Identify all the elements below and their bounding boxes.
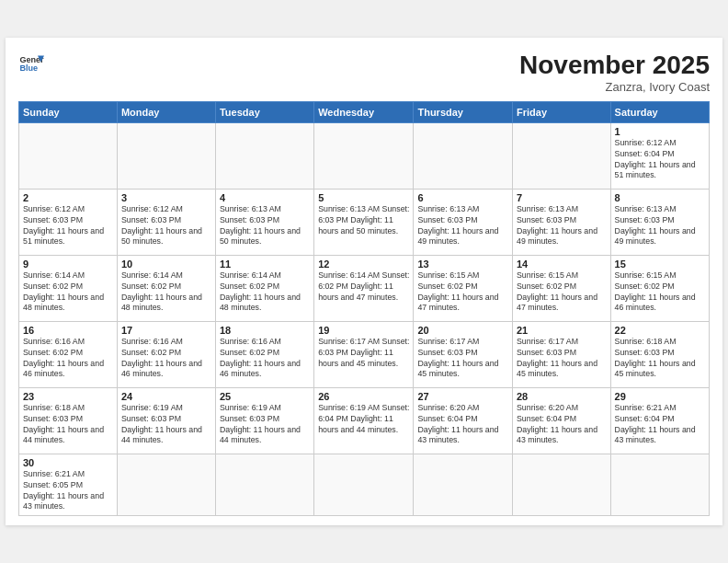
day-number: 28 (517, 391, 607, 402)
table-row: 17Sunrise: 6:16 AM Sunset: 6:02 PM Dayli… (117, 321, 215, 387)
day-info: Sunrise: 6:14 AM Sunset: 6:02 PM Dayligh… (121, 270, 211, 315)
day-number: 1 (615, 126, 705, 137)
day-info: Sunrise: 6:13 AM Sunset: 6:03 PM Dayligh… (615, 204, 705, 248)
table-row: 3Sunrise: 6:12 AM Sunset: 6:03 PM Daylig… (117, 189, 215, 255)
day-info: Sunrise: 6:16 AM Sunset: 6:02 PM Dayligh… (121, 337, 211, 381)
table-row: 21Sunrise: 6:17 AM Sunset: 6:03 PM Dayli… (513, 321, 611, 387)
table-row (215, 122, 313, 189)
day-info: Sunrise: 6:14 AM Sunset: 6:02 PM Dayligh… (220, 270, 310, 315)
table-row: 14Sunrise: 6:15 AM Sunset: 6:02 PM Dayli… (513, 255, 611, 321)
table-row: 9Sunrise: 6:14 AM Sunset: 6:02 PM Daylig… (19, 255, 118, 321)
day-number: 2 (23, 192, 113, 203)
day-info: Sunrise: 6:15 AM Sunset: 6:02 PM Dayligh… (417, 270, 508, 315)
table-row: 10Sunrise: 6:14 AM Sunset: 6:02 PM Dayli… (117, 255, 215, 321)
table-row: 2Sunrise: 6:12 AM Sunset: 6:03 PM Daylig… (19, 189, 118, 255)
table-row: 24Sunrise: 6:19 AM Sunset: 6:03 PM Dayli… (117, 387, 215, 454)
header-sunday: Sunday (19, 101, 118, 122)
table-row: 5Sunrise: 6:13 AM Sunset: 6:03 PM Daylig… (314, 189, 414, 255)
day-number: 24 (121, 391, 211, 402)
header-monday: Monday (117, 101, 215, 122)
table-row: 28Sunrise: 6:20 AM Sunset: 6:04 PM Dayli… (513, 387, 611, 454)
day-number: 9 (23, 259, 113, 270)
table-row (314, 454, 414, 516)
day-info: Sunrise: 6:19 AM Sunset: 6:04 PM Dayligh… (318, 403, 409, 436)
day-info: Sunrise: 6:17 AM Sunset: 6:03 PM Dayligh… (318, 337, 409, 370)
logo: General Blue (18, 51, 44, 76)
day-info: Sunrise: 6:16 AM Sunset: 6:02 PM Dayligh… (220, 337, 310, 381)
day-number: 27 (417, 391, 508, 402)
table-row: 25Sunrise: 6:19 AM Sunset: 6:03 PM Dayli… (215, 387, 313, 454)
day-info: Sunrise: 6:12 AM Sunset: 6:03 PM Dayligh… (23, 204, 113, 248)
table-row: 19Sunrise: 6:17 AM Sunset: 6:03 PM Dayli… (314, 321, 414, 387)
table-row: 30Sunrise: 6:21 AM Sunset: 6:05 PM Dayli… (19, 454, 118, 516)
table-row (610, 454, 709, 516)
day-info: Sunrise: 6:21 AM Sunset: 6:05 PM Dayligh… (23, 469, 113, 513)
day-number: 26 (318, 391, 409, 402)
day-number: 7 (517, 192, 607, 203)
table-row: 16Sunrise: 6:16 AM Sunset: 6:02 PM Dayli… (19, 321, 118, 387)
day-info: Sunrise: 6:15 AM Sunset: 6:02 PM Dayligh… (615, 270, 705, 315)
location: Zanzra, Ivory Coast (519, 80, 710, 94)
day-info: Sunrise: 6:14 AM Sunset: 6:02 PM Dayligh… (23, 270, 113, 315)
table-row: 11Sunrise: 6:14 AM Sunset: 6:02 PM Dayli… (215, 255, 313, 321)
day-info: Sunrise: 6:21 AM Sunset: 6:04 PM Dayligh… (615, 403, 705, 447)
day-number: 3 (121, 192, 211, 203)
table-row: 12Sunrise: 6:14 AM Sunset: 6:02 PM Dayli… (314, 255, 414, 321)
table-row: 6Sunrise: 6:13 AM Sunset: 6:03 PM Daylig… (414, 189, 513, 255)
day-number: 18 (220, 325, 310, 336)
day-number: 5 (318, 192, 409, 203)
month-title: November 2025 (519, 51, 710, 80)
day-info: Sunrise: 6:19 AM Sunset: 6:03 PM Dayligh… (121, 403, 211, 447)
table-row: 20Sunrise: 6:17 AM Sunset: 6:03 PM Dayli… (414, 321, 513, 387)
day-info: Sunrise: 6:16 AM Sunset: 6:02 PM Dayligh… (23, 337, 113, 381)
day-info: Sunrise: 6:13 AM Sunset: 6:03 PM Dayligh… (417, 204, 508, 248)
day-info: Sunrise: 6:17 AM Sunset: 6:03 PM Dayligh… (517, 337, 607, 381)
table-row (215, 454, 313, 516)
table-row: 8Sunrise: 6:13 AM Sunset: 6:03 PM Daylig… (610, 189, 709, 255)
day-info: Sunrise: 6:14 AM Sunset: 6:02 PM Dayligh… (318, 270, 409, 304)
header-friday: Friday (513, 101, 611, 122)
day-info: Sunrise: 6:18 AM Sunset: 6:03 PM Dayligh… (615, 337, 705, 381)
day-number: 16 (23, 325, 113, 336)
table-row (117, 122, 215, 189)
table-row: 13Sunrise: 6:15 AM Sunset: 6:02 PM Dayli… (414, 255, 513, 321)
day-info: Sunrise: 6:18 AM Sunset: 6:03 PM Dayligh… (23, 403, 113, 447)
day-number: 29 (615, 391, 705, 402)
day-number: 10 (121, 259, 211, 270)
day-number: 25 (220, 391, 310, 402)
day-number: 11 (220, 259, 310, 270)
table-row (513, 454, 611, 516)
day-number: 21 (517, 325, 607, 336)
header-tuesday: Tuesday (215, 101, 313, 122)
calendar-container: General Blue November 2025 Zanzra, Ivory… (6, 38, 722, 526)
day-info: Sunrise: 6:13 AM Sunset: 6:03 PM Dayligh… (220, 204, 310, 248)
header-saturday: Saturday (610, 101, 709, 122)
day-info: Sunrise: 6:20 AM Sunset: 6:04 PM Dayligh… (417, 403, 508, 447)
day-info: Sunrise: 6:12 AM Sunset: 6:03 PM Dayligh… (121, 204, 211, 248)
day-info: Sunrise: 6:19 AM Sunset: 6:03 PM Dayligh… (220, 403, 310, 447)
day-number: 12 (318, 259, 409, 270)
logo-icon: General Blue (18, 51, 44, 76)
table-row: 27Sunrise: 6:20 AM Sunset: 6:04 PM Dayli… (414, 387, 513, 454)
day-number: 4 (220, 192, 310, 203)
header: General Blue November 2025 Zanzra, Ivory… (18, 51, 710, 94)
day-number: 14 (517, 259, 607, 270)
table-row: 15Sunrise: 6:15 AM Sunset: 6:02 PM Dayli… (610, 255, 709, 321)
table-row: 1Sunrise: 6:12 AM Sunset: 6:04 PM Daylig… (610, 122, 709, 189)
day-info: Sunrise: 6:13 AM Sunset: 6:03 PM Dayligh… (318, 204, 409, 237)
table-row (414, 122, 513, 189)
day-number: 23 (23, 391, 113, 402)
table-row: 4Sunrise: 6:13 AM Sunset: 6:03 PM Daylig… (215, 189, 313, 255)
days-header-row: Sunday Monday Tuesday Wednesday Thursday… (19, 101, 710, 122)
day-number: 13 (417, 259, 508, 270)
day-number: 8 (615, 192, 705, 203)
table-row: 23Sunrise: 6:18 AM Sunset: 6:03 PM Dayli… (19, 387, 118, 454)
day-number: 22 (615, 325, 705, 336)
table-row: 7Sunrise: 6:13 AM Sunset: 6:03 PM Daylig… (513, 189, 611, 255)
day-info: Sunrise: 6:15 AM Sunset: 6:02 PM Dayligh… (517, 270, 607, 315)
title-block: November 2025 Zanzra, Ivory Coast (519, 51, 710, 94)
calendar-table: Sunday Monday Tuesday Wednesday Thursday… (18, 101, 710, 517)
header-wednesday: Wednesday (314, 101, 414, 122)
table-row (314, 122, 414, 189)
day-info: Sunrise: 6:20 AM Sunset: 6:04 PM Dayligh… (517, 403, 607, 447)
